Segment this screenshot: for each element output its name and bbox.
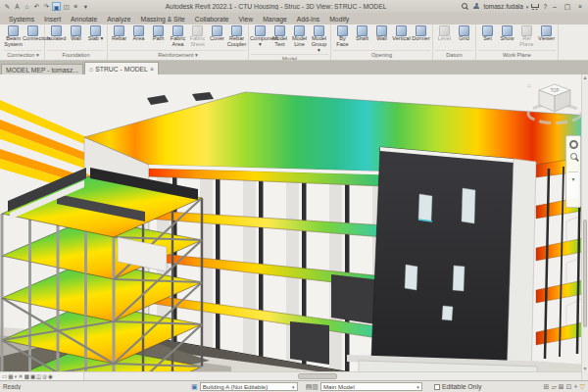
- scroll-up-icon[interactable]: ▲: [582, 74, 588, 80]
- detail-level-icon[interactable]: ▦: [8, 372, 13, 380]
- ribbon-tab-insert[interactable]: Insert: [39, 15, 66, 24]
- customize-qat-chevron-icon[interactable]: ▾: [81, 2, 90, 11]
- search-icon[interactable]: [462, 3, 469, 11]
- minimize-button[interactable]: –: [550, 3, 560, 10]
- model-line-button[interactable]: Model Line: [290, 25, 309, 48]
- model-text-button[interactable]: Model Text: [270, 25, 289, 48]
- beam-system-button[interactable]: Beam System: [4, 25, 23, 48]
- ribbon-tab-systems[interactable]: Systems: [4, 15, 39, 24]
- home-view-icon[interactable]: ⌂: [23, 2, 31, 11]
- ribbon-tab-manage[interactable]: Manage: [258, 15, 292, 24]
- horizontal-scrollbar[interactable]: [84, 371, 581, 380]
- drag-on-selection-toggle-icon[interactable]: +: [574, 382, 578, 391]
- modify-arrow-icon[interactable]: ✎: [3, 2, 12, 11]
- scroll-down-icon[interactable]: ▼: [582, 366, 588, 371]
- horizontal-scroll-thumb[interactable]: [298, 373, 337, 379]
- visual-style-icon[interactable]: ◐: [14, 372, 17, 380]
- close-tab-icon[interactable]: ×: [150, 66, 154, 73]
- show-button[interactable]: Show: [498, 25, 516, 42]
- ribbon-tab-analyze[interactable]: Analyze: [102, 15, 135, 24]
- select-underlay-toggle-icon[interactable]: ▱: [551, 382, 556, 391]
- show-crop-icon[interactable]: ◫: [36, 372, 41, 380]
- default-3d-view-icon[interactable]: ▣: [52, 2, 61, 11]
- window-opening[interactable]: [442, 306, 453, 320]
- wall-button[interactable]: Wall: [67, 25, 85, 42]
- restore-button[interactable]: ▢: [563, 3, 572, 11]
- navbar-chevron-icon[interactable]: ▾: [571, 176, 574, 182]
- design-options-dropdown[interactable]: Building A (Not Editable) ▾: [200, 382, 298, 391]
- close-button[interactable]: ×: [575, 3, 585, 10]
- reveal-hidden-icon[interactable]: ◉: [48, 372, 53, 380]
- wall-button[interactable]: Wall: [372, 25, 391, 42]
- model-group-button[interactable]: Model Group ▾: [310, 25, 328, 54]
- window-opening[interactable]: [453, 266, 465, 291]
- text-note-icon[interactable]: A: [13, 2, 22, 11]
- ribbon-tab-view[interactable]: View: [234, 15, 259, 24]
- window-opening[interactable]: [462, 188, 475, 223]
- ribbon-tab-modify[interactable]: Modify: [324, 15, 354, 24]
- dormer-button[interactable]: Dormer: [412, 25, 430, 42]
- sun-path-icon[interactable]: ☀: [19, 372, 24, 380]
- account-icon[interactable]: [472, 3, 480, 11]
- isolated-button[interactable]: Isolated: [47, 25, 66, 42]
- grid-button[interactable]: Grid: [455, 25, 473, 42]
- filter-icon[interactable]: ▽: [580, 382, 585, 391]
- editable-only-checkbox[interactable]: [434, 384, 440, 390]
- view-tab-model-mep-tomasz[interactable]: MODEL MEP - tomasz...: [1, 64, 83, 74]
- active-workset-icon[interactable]: ▤: [306, 382, 313, 391]
- cover-button[interactable]: Cover: [208, 25, 226, 42]
- scale-icon[interactable]: ▭: [2, 372, 7, 380]
- window-opening[interactable]: [405, 265, 417, 290]
- active-workset-dropdown[interactable]: Main Model ▾: [320, 382, 422, 391]
- ribbon-tab-collaborate[interactable]: Collaborate: [190, 15, 234, 24]
- view-tab-struc-model[interactable]: ⌂STRUC - MODEL×: [84, 62, 159, 74]
- level-button[interactable]: Level: [435, 25, 454, 42]
- set-button[interactable]: Set: [478, 25, 497, 42]
- connection-button[interactable]: Connection: [24, 25, 42, 42]
- navigation-bar[interactable]: ▾: [565, 135, 581, 208]
- slab-button[interactable]: Slab ▾: [86, 25, 105, 42]
- fabric-area-button[interactable]: Fabric Area: [169, 25, 187, 48]
- ribbon-tab-add-ins[interactable]: Add-Ins: [292, 15, 324, 24]
- select-pinned-toggle-icon[interactable]: ⊠: [559, 382, 564, 391]
- editing-requests-icon[interactable]: ▥: [312, 382, 318, 391]
- thin-lines-icon[interactable]: ≡: [72, 2, 80, 11]
- ribbon-tab-massing-site[interactable]: Massing & Site: [135, 15, 189, 24]
- area-button[interactable]: Area: [129, 25, 148, 42]
- ref-plane-button[interactable]: Ref Plane: [517, 25, 536, 48]
- by-face-button[interactable]: By Face: [333, 25, 352, 48]
- path-button[interactable]: Path: [149, 25, 168, 42]
- viewer-button[interactable]: Viewer: [537, 25, 556, 42]
- window-opening[interactable]: [418, 194, 432, 221]
- vertical-scroll-thumb[interactable]: [583, 220, 587, 327]
- drawing-area[interactable]: TOP ⌂ ▾ ▲ ▼ ▭▦◐☀▩▣◫◎◉: [0, 74, 588, 380]
- ribbon-panel-work-plane: SetShowRef PlaneViewerWork Plane: [476, 24, 559, 60]
- shadows-icon[interactable]: ▩: [24, 372, 29, 380]
- vertical-scrollbar[interactable]: ▲ ▼: [581, 74, 588, 380]
- undo-icon[interactable]: ↶: [32, 2, 41, 11]
- redo-icon[interactable]: ↷: [42, 2, 51, 11]
- vertical-button[interactable]: Vertical: [392, 25, 411, 42]
- viewcube-home-icon[interactable]: ⌂: [527, 82, 531, 88]
- status-text: Ready: [3, 383, 191, 390]
- steering-wheel-icon[interactable]: [569, 140, 578, 149]
- select-links-toggle-icon[interactable]: ⊞: [544, 382, 550, 391]
- fabric-sheet-button[interactable]: Fabric Sheet: [188, 25, 207, 48]
- store-cart-icon[interactable]: [531, 3, 540, 11]
- component-button[interactable]: Component ▾: [251, 25, 270, 48]
- select-by-face-toggle-icon[interactable]: ⊡: [566, 382, 572, 391]
- zoom-icon[interactable]: [570, 153, 577, 160]
- model-3d-view[interactable]: TOP ⌂: [0, 74, 581, 380]
- rebar-button[interactable]: Rebar: [110, 25, 128, 42]
- crop-view-icon[interactable]: ▣: [30, 372, 35, 380]
- user-menu-caret-icon[interactable]: ▾: [526, 4, 529, 10]
- shaft-button[interactable]: Shaft: [353, 25, 371, 42]
- viewcube-top-face[interactable]: TOP: [550, 88, 559, 93]
- section-icon[interactable]: ◫: [62, 2, 71, 11]
- ribbon-tab-annotate[interactable]: Annotate: [66, 15, 102, 24]
- rebar-coupler-button[interactable]: Rebar Coupler: [227, 25, 246, 48]
- help-icon[interactable]: ?: [543, 3, 547, 10]
- temporary-hide-isolate-icon[interactable]: ◎: [42, 372, 47, 380]
- signed-in-user[interactable]: tomasz.fudala: [483, 3, 522, 10]
- interior-opening[interactable]: [290, 321, 329, 365]
